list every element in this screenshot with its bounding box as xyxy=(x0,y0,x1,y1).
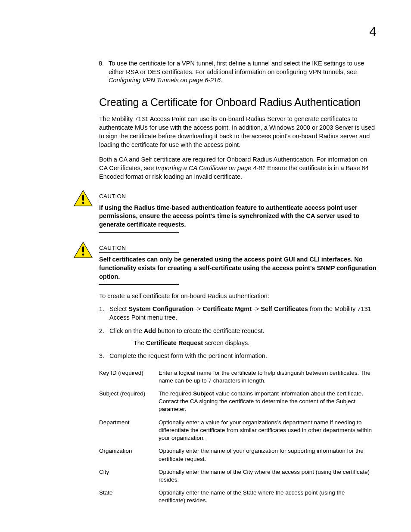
cross-reference: Configuring VPN Tunnels on page 6-216 xyxy=(109,77,221,84)
caution-block: CAUTION Self certificates can only be ge… xyxy=(73,244,377,285)
field-name-cell: Organization xyxy=(99,445,159,465)
step-3: 3. Complete the request form with the pe… xyxy=(99,352,377,360)
caution-block: CAUTION If using the Radius time-based a… xyxy=(73,192,377,233)
caution-icon xyxy=(73,190,93,207)
ui-element: Certificate Request xyxy=(146,339,203,346)
table-row: Subject (required) The required Subject … xyxy=(99,387,377,416)
list-text-tail: . xyxy=(221,77,222,84)
field-description-table: Key ID (required) Enter a logical name f… xyxy=(99,367,377,507)
table-row: Key ID (required) Enter a logical name f… xyxy=(99,367,377,387)
field-keyword: Subject xyxy=(193,390,214,397)
table-row: State Optionally enter the name of the S… xyxy=(99,486,377,507)
caution-label-rule: CAUTION xyxy=(99,244,179,253)
paragraph: The Mobility 7131 Access Point can use i… xyxy=(99,115,377,149)
svg-rect-4 xyxy=(82,246,84,252)
step-marker: 2. xyxy=(99,327,104,335)
procedure-steps: 1. Select System Configuration -> Certif… xyxy=(99,305,377,360)
caution-label: CAUTION xyxy=(99,193,126,199)
table-row: Department Optionally enter a value for … xyxy=(99,416,377,445)
field-desc-cell: Enter a logical name for the certificate… xyxy=(159,367,377,387)
desc-text: The required xyxy=(159,390,193,397)
section-heading: Creating a Certificate for Onboard Radiu… xyxy=(99,96,377,109)
ui-path-sep: -> xyxy=(193,305,202,312)
paragraph: Both a CA and Self certificate are requi… xyxy=(99,155,377,181)
field-desc-cell: Optionally enter a value for your organi… xyxy=(159,416,377,445)
svg-point-5 xyxy=(82,254,84,256)
field-name-cell: State xyxy=(99,486,159,507)
step-text: Select xyxy=(109,305,128,312)
ui-path-segment: Self Certificates xyxy=(261,305,308,312)
caution-text: Self certificates can only be generated … xyxy=(99,255,377,281)
continued-ordered-list: 8. To use the certificate for a VPN tunn… xyxy=(99,59,377,85)
table-row: City Optionally enter the name of the Ci… xyxy=(99,466,377,486)
step-result: The Certificate Request screen displays. xyxy=(134,339,377,347)
field-desc-cell: The required Subject value contains impo… xyxy=(159,387,377,416)
field-name-cell: City xyxy=(99,466,159,486)
list-item-8: 8. To use the certificate for a VPN tunn… xyxy=(99,59,377,85)
caution-bottom-rule xyxy=(99,232,179,233)
ui-element: Add xyxy=(144,327,156,334)
caution-label: CAUTION xyxy=(99,245,126,251)
caution-label-rule: CAUTION xyxy=(99,192,179,201)
result-text: The xyxy=(134,339,146,346)
step-text: Click on the xyxy=(109,327,144,334)
procedure-intro: To create a self certificate for on-boar… xyxy=(99,292,377,299)
step-text-tail: button to create the certificate request… xyxy=(156,327,264,334)
list-marker: 8. xyxy=(99,59,104,68)
caution-icon xyxy=(73,241,93,258)
svg-rect-1 xyxy=(82,195,84,201)
step-1: 1. Select System Configuration -> Certif… xyxy=(99,305,377,322)
step-2: 2. Click on the Add button to create the… xyxy=(99,327,377,348)
list-text: To use the certificate for a VPN tunnel,… xyxy=(109,60,364,75)
field-desc-cell: Optionally enter the name of the City wh… xyxy=(159,466,377,486)
document-page: 4 8. To use the certificate for a VPN tu… xyxy=(0,0,411,532)
field-name-cell: Department xyxy=(99,416,159,445)
ui-path-sep: -> xyxy=(252,305,261,312)
field-desc-cell: Optionally enter the name of your organi… xyxy=(159,445,377,465)
chapter-number: 4 xyxy=(369,24,377,39)
caution-bottom-rule xyxy=(99,284,179,285)
svg-point-2 xyxy=(82,202,84,204)
step-text: Complete the request form with the perti… xyxy=(109,352,267,359)
page-content: 8. To use the certificate for a VPN tunn… xyxy=(99,26,377,507)
cross-reference: Importing a CA Certificate on page 4-81 xyxy=(156,165,265,171)
field-desc-cell: Optionally enter the name of the State w… xyxy=(159,486,377,507)
table-row: Organization Optionally enter the name o… xyxy=(99,445,377,465)
caution-text: If using the Radius time-based authentic… xyxy=(99,204,377,229)
result-text-tail: screen displays. xyxy=(203,339,249,346)
step-marker: 3. xyxy=(99,352,104,360)
field-name-cell: Subject (required) xyxy=(99,387,159,416)
field-name-cell: Key ID (required) xyxy=(99,367,159,387)
ui-path-segment: System Configuration xyxy=(128,305,193,312)
step-marker: 1. xyxy=(99,305,104,313)
ui-path-segment: Certificate Mgmt xyxy=(202,305,252,312)
